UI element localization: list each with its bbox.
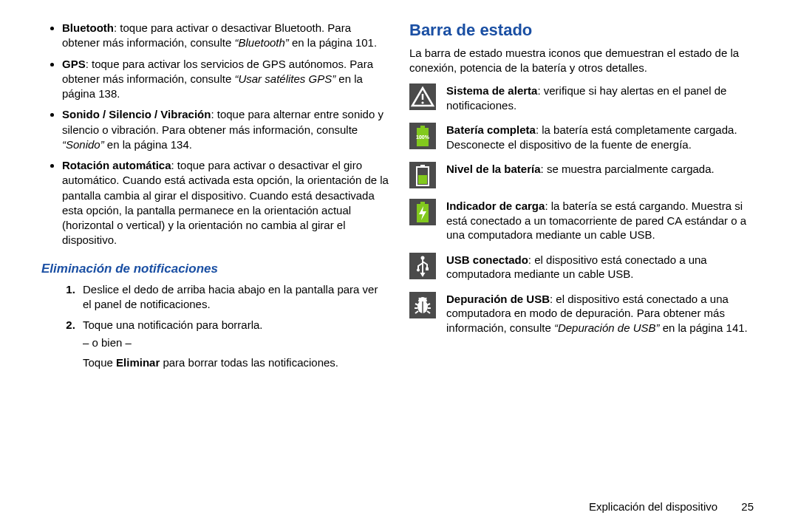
- status-desc: : se muestra parcialmente cargada.: [541, 163, 715, 175]
- status-row-usb-debug: Depuración de USB: el dispositivo está c…: [409, 292, 757, 335]
- bullet-title: Rotación automática: [62, 159, 171, 171]
- page-footer: Explicación del dispositivo 25: [589, 500, 754, 513]
- svg-rect-20: [426, 267, 429, 270]
- lead-paragraph: La barra de estado muestra iconos que de…: [409, 46, 757, 75]
- battery-charging-icon: [409, 199, 436, 225]
- step-text: Toque una notificación para borrarla.: [83, 318, 263, 331]
- status-title: Sistema de alerta: [446, 84, 537, 97]
- step-text-bold: Eliminar: [116, 356, 160, 369]
- status-text: Sistema de alerta: verifique si hay aler…: [446, 83, 757, 112]
- bullet-reference: “Bluetooth”: [234, 36, 288, 49]
- svg-rect-11: [418, 175, 427, 184]
- step-text: para borrar todas las notificaciones.: [160, 356, 338, 369]
- svg-rect-13: [420, 202, 425, 204]
- status-text: Batería completa: la batería está comple…: [446, 123, 757, 151]
- step-text: Deslice el dedo de arriba hacia abajo en…: [83, 283, 378, 310]
- status-title: Depuración de USB: [446, 293, 550, 305]
- bullet-text: en la página 101.: [289, 36, 377, 49]
- status-row-alert: Sistema de alerta: verifique si hay aler…: [409, 83, 757, 112]
- status-title: USB conectado: [446, 253, 528, 266]
- status-text: Nivel de la batería: se muestra parcialm…: [446, 162, 715, 177]
- status-title: Indicador de carga: [446, 200, 545, 212]
- list-item: GPS: toque para activar los servicios de…: [62, 57, 389, 102]
- svg-point-19: [417, 268, 420, 271]
- right-column: Barra de estado La barra de estado muest…: [409, 21, 757, 376]
- alert-triangle-icon: [409, 83, 436, 110]
- list-item: Bluetooth: toque para activar o desactiv…: [62, 21, 389, 51]
- status-title: Nivel de la batería: [446, 163, 541, 175]
- usb-icon: [409, 253, 436, 279]
- status-row-battery-level: Nivel de la batería: se muestra parcialm…: [409, 162, 757, 188]
- battery-partial-icon: [409, 162, 436, 188]
- step-text: Toque: [83, 356, 116, 369]
- status-text: Depuración de USB: el dispositivo está c…: [446, 292, 757, 335]
- steps-list: Deslice el dedo de arriba hacia abajo en…: [41, 282, 389, 370]
- bug-icon: [409, 292, 436, 318]
- subheading-eliminacion: Eliminación de notificaciones: [41, 262, 389, 276]
- manual-page: Bluetooth: toque para activar o desactiv…: [0, 0, 798, 383]
- list-item: Sonido / Silencio / Vibración: toque par…: [62, 107, 389, 152]
- heading-barra-de-estado: Barra de estado: [409, 21, 757, 40]
- footer-section-label: Explicación del dispositivo: [589, 500, 717, 513]
- bullet-text: : toque para activar o desactivar el gir…: [62, 159, 389, 246]
- list-item: Rotación automática: toque para activar …: [62, 158, 389, 248]
- step-item: Toque una notificación para borrarla. – …: [78, 318, 389, 370]
- bullet-title: Bluetooth: [62, 21, 114, 34]
- footer-page-number: 25: [741, 500, 754, 513]
- bullet-title: GPS: [62, 58, 86, 70]
- status-title: Batería completa: [446, 123, 536, 136]
- status-text: USB conectado: el dispositivo está conec…: [446, 253, 757, 282]
- left-column: Bluetooth: toque para activar o desactiv…: [41, 21, 389, 376]
- settings-bullet-list: Bluetooth: toque para activar o desactiv…: [41, 21, 389, 248]
- bullet-reference: “Sonido”: [62, 138, 104, 151]
- status-row-charging: Indicador de carga: la batería se está c…: [409, 199, 757, 242]
- battery-full-icon: 100%: [409, 123, 436, 149]
- status-reference: “Depuración de USB”: [554, 321, 660, 334]
- status-row-usb: USB conectado: el dispositivo está conec…: [409, 253, 757, 282]
- or-divider: – o bien –: [83, 335, 389, 350]
- step-item: Deslice el dedo de arriba hacia abajo en…: [78, 282, 389, 313]
- status-row-battery-full: 100% Batería completa: la batería está c…: [409, 123, 757, 151]
- svg-rect-5: [420, 126, 425, 128]
- status-text: Indicador de carga: la batería se está c…: [446, 199, 757, 242]
- status-desc: en la página 141.: [659, 321, 747, 334]
- svg-point-3: [421, 101, 423, 103]
- bullet-title: Sonido / Silencio / Vibración: [62, 108, 211, 120]
- bullet-reference: “Usar satélites GPS”: [234, 72, 335, 85]
- svg-text:100%: 100%: [416, 134, 430, 140]
- bullet-text: en la página 134.: [104, 138, 192, 151]
